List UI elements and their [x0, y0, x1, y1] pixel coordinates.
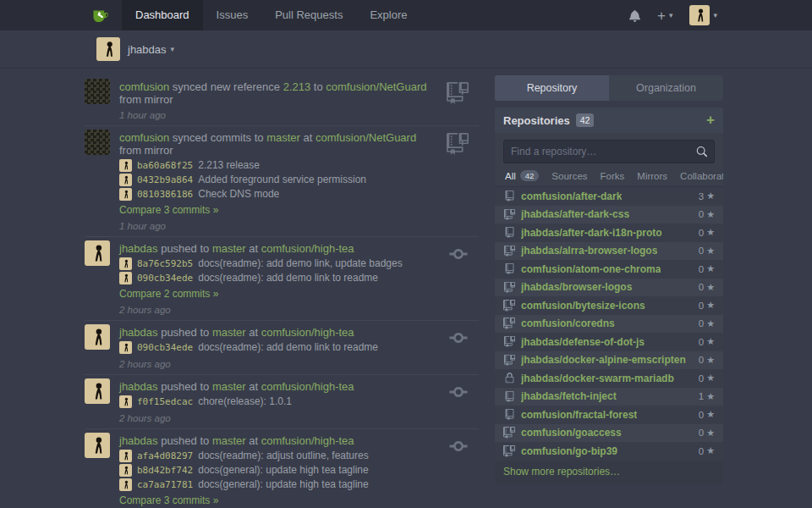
commit-hash-link[interactable]: 090cb34ede: [137, 340, 193, 355]
star-icon: ★: [706, 318, 715, 329]
repo-link[interactable]: comfusion/coredns: [521, 318, 615, 329]
repo-link[interactable]: jhabdas/after-dark-css: [521, 208, 629, 220]
fork-icon: [503, 209, 515, 220]
nav-item-explore[interactable]: Explore: [356, 0, 420, 30]
filter-mirrors[interactable]: Mirrors: [637, 171, 667, 181]
gitea-logo[interactable]: [90, 5, 110, 25]
repo-filters: All42SourcesForksMirrorsCollaborative: [495, 168, 723, 187]
feed-item: jhabdas pushed to master at comfusion/hi…: [85, 429, 479, 508]
repo-link[interactable]: comfusion/goaccess: [521, 427, 622, 439]
filter-collaborative[interactable]: Collaborative: [680, 171, 723, 181]
commit-message: docs(readme): add demo link to readme: [198, 271, 378, 285]
feed-link[interactable]: comfusion/high-tea: [261, 242, 354, 255]
commit-hash-link[interactable]: 0432b9a864: [137, 173, 193, 187]
feed-link[interactable]: jhabdas: [119, 434, 158, 447]
feed-link[interactable]: jhabdas: [119, 380, 158, 393]
star-count: 3★: [699, 190, 715, 202]
feed-item: jhabdas pushed to master at comfusion/hi…: [85, 375, 479, 429]
tab-repository[interactable]: Repository: [495, 75, 609, 101]
feed-link[interactable]: comfusion/high-tea: [261, 434, 354, 447]
feed-link[interactable]: jhabdas: [119, 242, 158, 255]
actor-avatar[interactable]: [85, 433, 110, 458]
commit-message: Check DNS mode: [198, 187, 279, 202]
feed-link[interactable]: master: [266, 131, 300, 144]
commit-hash-link[interactable]: afa4d08297: [137, 449, 193, 463]
filter-forks[interactable]: Forks: [601, 171, 625, 181]
top-navbar: DashboardIssuesPull RequestsExplore + ▾ …: [0, 0, 812, 30]
nav-item-pull-requests[interactable]: Pull Requests: [261, 0, 356, 30]
feed-link[interactable]: master: [212, 434, 246, 447]
committer-avatar: [119, 174, 132, 186]
filter-label: All: [505, 171, 516, 181]
feed-link[interactable]: comfusion/high-tea: [261, 326, 354, 339]
nav-item-issues[interactable]: Issues: [203, 0, 262, 30]
feed-link[interactable]: comfusion: [119, 80, 169, 93]
commit-hash-link[interactable]: f0f15edcac: [137, 395, 193, 409]
repo-link[interactable]: jhabdas/docker-swarm-mariadb: [521, 373, 674, 384]
add-repository-button[interactable]: +: [706, 114, 715, 126]
compare-commits-link[interactable]: Compare 2 commits »: [119, 287, 218, 301]
tab-organization[interactable]: Organization: [609, 75, 723, 101]
feed-link[interactable]: comfusion/high-tea: [261, 380, 354, 393]
create-new-button[interactable]: + ▾: [657, 8, 672, 23]
commit-hash-link[interactable]: ba60a68f25: [137, 158, 193, 173]
filter-all[interactable]: All42: [505, 170, 539, 181]
commit-hash-link[interactable]: 0810386186: [137, 187, 193, 202]
feed-link[interactable]: master: [212, 326, 246, 339]
repo-link[interactable]: comfusion/fractal-forest: [521, 409, 637, 421]
activity-feed: comfusion synced new reference 2.213 to …: [85, 75, 479, 508]
feed-link[interactable]: 2.213: [283, 80, 311, 93]
repo-link[interactable]: jhabdas/docker-alpine-emscripten: [521, 354, 686, 366]
repo-link[interactable]: jhabdas/alrra-browser-logos: [521, 245, 657, 257]
repo-icon: [503, 227, 515, 238]
repo-link[interactable]: jhabdas/after-dark-i18n-proto: [521, 227, 662, 239]
feed-title: jhabdas pushed to master at comfusion/hi…: [119, 433, 431, 447]
repo-link[interactable]: comfusion/go-bip39: [521, 445, 617, 457]
feed-link[interactable]: master: [212, 380, 246, 393]
compare-commits-link[interactable]: Compare 3 commits »: [119, 494, 218, 507]
user-menu[interactable]: ▾: [689, 5, 717, 25]
actor-avatar[interactable]: [85, 79, 110, 104]
commit-hash-link[interactable]: b8d42bf742: [137, 463, 193, 478]
feed-link[interactable]: comfusion/NetGuard: [326, 80, 426, 93]
repo-link[interactable]: comfusion/atom-one-chroma: [521, 263, 661, 275]
repo-link[interactable]: comfusion/after-dark: [521, 190, 622, 202]
star-count: 0★: [699, 300, 715, 311]
repo-count-badge: 42: [576, 113, 595, 127]
compare-commits-link[interactable]: Compare 3 commits »: [119, 203, 218, 217]
actor-avatar[interactable]: [85, 378, 110, 404]
feed-link[interactable]: master: [212, 242, 246, 255]
commit-message: docs(readme): add demo link to readme: [198, 340, 378, 355]
context-username[interactable]: jhabdas: [128, 43, 167, 56]
feed-title: jhabdas pushed to master at comfusion/hi…: [119, 240, 431, 255]
bell-icon[interactable]: [629, 9, 640, 22]
repo-search-input[interactable]: [511, 146, 696, 157]
commit-hash-link[interactable]: 8a76c592b5: [137, 257, 193, 271]
lock-icon: [503, 373, 515, 384]
star-icon: ★: [706, 355, 715, 366]
filter-sources[interactable]: Sources: [551, 171, 587, 181]
commit-line: 090cb34ededocs(readme): add demo link to…: [119, 340, 431, 355]
actor-avatar[interactable]: [85, 130, 110, 155]
committer-avatar: [119, 159, 132, 172]
feed-link[interactable]: comfusion: [119, 131, 169, 144]
nav-item-dashboard[interactable]: Dashboard: [122, 0, 203, 30]
star-count: 0★: [699, 355, 715, 366]
feed-link[interactable]: comfusion/NetGuard: [315, 131, 416, 144]
search-icon: [696, 146, 707, 157]
context-avatar[interactable]: [96, 37, 120, 61]
feed-link[interactable]: jhabdas: [119, 326, 158, 339]
repo-link[interactable]: comfusion/bytesize-icons: [521, 300, 645, 312]
star-number: 0: [699, 246, 704, 256]
star-number: 0: [699, 337, 704, 347]
show-more-repositories-link[interactable]: Show more repositories…: [495, 461, 723, 484]
repo-link[interactable]: jhabdas/defense-of-dot-js: [521, 336, 645, 348]
commit-hash-link[interactable]: ca7aa71781: [137, 478, 193, 492]
repo-link[interactable]: jhabdas/browser-logos: [521, 281, 632, 293]
actor-avatar[interactable]: [85, 324, 110, 350]
repo-row: jhabdas/docker-swarm-mariadb0★: [495, 369, 723, 388]
commit-hash-link[interactable]: 090cb34ede: [137, 271, 193, 285]
mirror-icon: [503, 440, 515, 462]
actor-avatar[interactable]: [85, 240, 110, 266]
repo-link[interactable]: jhabdas/fetch-inject: [521, 390, 617, 402]
